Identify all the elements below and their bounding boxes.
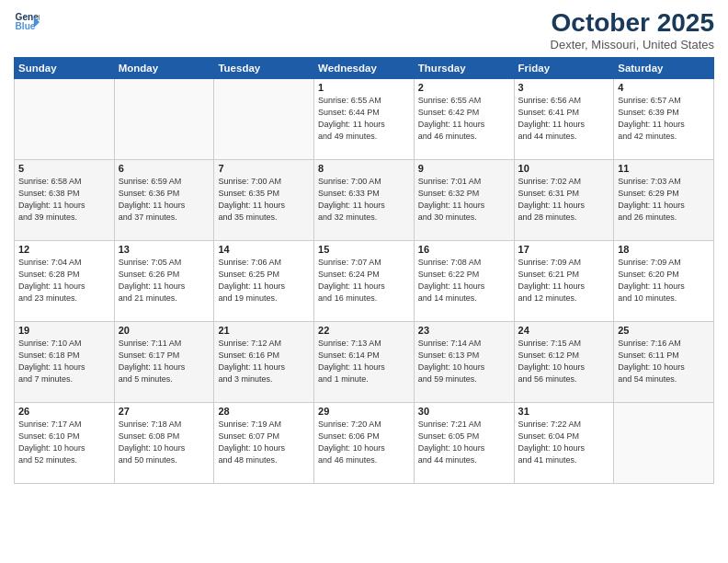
- day-number: 27: [119, 406, 210, 417]
- day-info: Sunrise: 7:17 AM Sunset: 6:10 PM Dayligh…: [18, 419, 110, 466]
- day-number: 15: [318, 244, 410, 255]
- day-info: Sunrise: 6:55 AM Sunset: 6:44 PM Dayligh…: [318, 95, 410, 143]
- calendar-cell: 30Sunrise: 7:21 AM Sunset: 6:05 PM Dayli…: [414, 402, 514, 483]
- calendar-cell: 28Sunrise: 7:19 AM Sunset: 6:07 PM Dayli…: [214, 402, 314, 483]
- day-number: 8: [318, 163, 410, 174]
- calendar-cell: [15, 78, 115, 159]
- day-number: 31: [518, 406, 610, 417]
- calendar-cell: 15Sunrise: 7:07 AM Sunset: 6:24 PM Dayli…: [314, 240, 415, 321]
- calendar-week-row: 12Sunrise: 7:04 AM Sunset: 6:28 PM Dayli…: [15, 240, 714, 321]
- calendar-cell: 14Sunrise: 7:06 AM Sunset: 6:25 PM Dayli…: [214, 240, 314, 321]
- weekday-header: Tuesday: [214, 57, 314, 78]
- day-info: Sunrise: 7:21 AM Sunset: 6:05 PM Dayligh…: [418, 419, 510, 466]
- day-info: Sunrise: 7:20 AM Sunset: 6:06 PM Dayligh…: [318, 419, 410, 466]
- calendar-cell: 26Sunrise: 7:17 AM Sunset: 6:10 PM Dayli…: [15, 402, 115, 483]
- title-block: October 2025 Dexter, Missouri, United St…: [551, 9, 714, 52]
- day-number: 13: [119, 244, 210, 255]
- header: General Blue October 2025 Dexter, Missou…: [14, 9, 714, 52]
- weekday-header: Wednesday: [314, 57, 415, 78]
- day-number: 23: [418, 325, 510, 336]
- weekday-header-row: SundayMondayTuesdayWednesdayThursdayFrid…: [15, 57, 714, 78]
- day-info: Sunrise: 7:11 AM Sunset: 6:17 PM Dayligh…: [119, 338, 210, 385]
- day-number: 3: [518, 82, 610, 93]
- day-number: 6: [119, 163, 210, 174]
- calendar-cell: 19Sunrise: 7:10 AM Sunset: 6:18 PM Dayli…: [15, 321, 115, 402]
- page-container: General Blue October 2025 Dexter, Missou…: [0, 0, 728, 493]
- day-info: Sunrise: 7:04 AM Sunset: 6:28 PM Dayligh…: [18, 257, 110, 304]
- day-info: Sunrise: 7:14 AM Sunset: 6:13 PM Dayligh…: [418, 338, 510, 385]
- day-number: 14: [218, 244, 310, 255]
- calendar-cell: 24Sunrise: 7:15 AM Sunset: 6:12 PM Dayli…: [514, 321, 614, 402]
- weekday-header: Thursday: [414, 57, 514, 78]
- day-number: 18: [618, 244, 710, 255]
- calendar-cell: 27Sunrise: 7:18 AM Sunset: 6:08 PM Dayli…: [114, 402, 214, 483]
- day-info: Sunrise: 6:59 AM Sunset: 6:36 PM Dayligh…: [119, 176, 210, 224]
- calendar-week-row: 26Sunrise: 7:17 AM Sunset: 6:10 PM Dayli…: [15, 402, 714, 483]
- day-number: 29: [318, 406, 410, 417]
- weekday-header: Monday: [114, 57, 214, 78]
- calendar-cell: 9Sunrise: 7:01 AM Sunset: 6:32 PM Daylig…: [414, 159, 514, 240]
- day-number: 5: [18, 163, 110, 174]
- calendar-cell: 11Sunrise: 7:03 AM Sunset: 6:29 PM Dayli…: [614, 159, 714, 240]
- weekday-header: Sunday: [15, 57, 115, 78]
- weekday-header: Friday: [514, 57, 614, 78]
- calendar-cell: [214, 78, 314, 159]
- day-info: Sunrise: 7:15 AM Sunset: 6:12 PM Dayligh…: [518, 338, 610, 385]
- calendar-cell: 12Sunrise: 7:04 AM Sunset: 6:28 PM Dayli…: [15, 240, 115, 321]
- calendar-cell: 22Sunrise: 7:13 AM Sunset: 6:14 PM Dayli…: [314, 321, 415, 402]
- day-number: 11: [618, 163, 710, 174]
- calendar-cell: 16Sunrise: 7:08 AM Sunset: 6:22 PM Dayli…: [414, 240, 514, 321]
- svg-text:Blue: Blue: [16, 21, 36, 31]
- location: Dexter, Missouri, United States: [551, 38, 714, 52]
- calendar-cell: 3Sunrise: 6:56 AM Sunset: 6:41 PM Daylig…: [514, 78, 614, 159]
- calendar-cell: 18Sunrise: 7:09 AM Sunset: 6:20 PM Dayli…: [614, 240, 714, 321]
- day-number: 30: [418, 406, 510, 417]
- day-info: Sunrise: 7:12 AM Sunset: 6:16 PM Dayligh…: [218, 338, 310, 385]
- calendar-cell: 25Sunrise: 7:16 AM Sunset: 6:11 PM Dayli…: [614, 321, 714, 402]
- day-number: 20: [119, 325, 210, 336]
- day-number: 4: [618, 82, 710, 93]
- logo: General Blue: [14, 9, 40, 35]
- day-number: 17: [518, 244, 610, 255]
- calendar-cell: 23Sunrise: 7:14 AM Sunset: 6:13 PM Dayli…: [414, 321, 514, 402]
- calendar-cell: 6Sunrise: 6:59 AM Sunset: 6:36 PM Daylig…: [114, 159, 214, 240]
- calendar-cell: 1Sunrise: 6:55 AM Sunset: 6:44 PM Daylig…: [314, 78, 415, 159]
- day-number: 24: [518, 325, 610, 336]
- calendar-cell: 20Sunrise: 7:11 AM Sunset: 6:17 PM Dayli…: [114, 321, 214, 402]
- day-info: Sunrise: 7:18 AM Sunset: 6:08 PM Dayligh…: [119, 419, 210, 466]
- weekday-header: Saturday: [614, 57, 714, 78]
- calendar-cell: 29Sunrise: 7:20 AM Sunset: 6:06 PM Dayli…: [314, 402, 415, 483]
- calendar-week-row: 5Sunrise: 6:58 AM Sunset: 6:38 PM Daylig…: [15, 159, 714, 240]
- day-info: Sunrise: 7:02 AM Sunset: 6:31 PM Dayligh…: [518, 176, 610, 224]
- day-info: Sunrise: 7:19 AM Sunset: 6:07 PM Dayligh…: [218, 419, 310, 466]
- calendar-table: SundayMondayTuesdayWednesdayThursdayFrid…: [14, 57, 714, 484]
- day-info: Sunrise: 7:05 AM Sunset: 6:26 PM Dayligh…: [119, 257, 210, 304]
- calendar-cell: 31Sunrise: 7:22 AM Sunset: 6:04 PM Dayli…: [514, 402, 614, 483]
- day-info: Sunrise: 7:07 AM Sunset: 6:24 PM Dayligh…: [318, 257, 410, 304]
- calendar-week-row: 19Sunrise: 7:10 AM Sunset: 6:18 PM Dayli…: [15, 321, 714, 402]
- calendar-cell: 10Sunrise: 7:02 AM Sunset: 6:31 PM Dayli…: [514, 159, 614, 240]
- calendar-cell: 8Sunrise: 7:00 AM Sunset: 6:33 PM Daylig…: [314, 159, 415, 240]
- calendar-week-row: 1Sunrise: 6:55 AM Sunset: 6:44 PM Daylig…: [15, 78, 714, 159]
- calendar-cell: [114, 78, 214, 159]
- day-number: 19: [18, 325, 110, 336]
- day-number: 7: [218, 163, 310, 174]
- calendar-cell: [614, 402, 714, 483]
- day-info: Sunrise: 7:09 AM Sunset: 6:21 PM Dayligh…: [518, 257, 610, 304]
- day-info: Sunrise: 7:09 AM Sunset: 6:20 PM Dayligh…: [618, 257, 710, 304]
- day-info: Sunrise: 6:58 AM Sunset: 6:38 PM Dayligh…: [18, 176, 110, 224]
- day-number: 28: [218, 406, 310, 417]
- day-info: Sunrise: 7:10 AM Sunset: 6:18 PM Dayligh…: [18, 338, 110, 385]
- day-number: 1: [318, 82, 410, 93]
- day-number: 2: [418, 82, 510, 93]
- month-title: October 2025: [551, 9, 714, 38]
- day-number: 10: [518, 163, 610, 174]
- calendar-cell: 2Sunrise: 6:55 AM Sunset: 6:42 PM Daylig…: [414, 78, 514, 159]
- day-number: 16: [418, 244, 510, 255]
- day-info: Sunrise: 7:01 AM Sunset: 6:32 PM Dayligh…: [418, 176, 510, 224]
- day-number: 25: [618, 325, 710, 336]
- calendar-cell: 7Sunrise: 7:00 AM Sunset: 6:35 PM Daylig…: [214, 159, 314, 240]
- day-number: 21: [218, 325, 310, 336]
- day-info: Sunrise: 6:57 AM Sunset: 6:39 PM Dayligh…: [618, 95, 710, 143]
- day-info: Sunrise: 7:03 AM Sunset: 6:29 PM Dayligh…: [618, 176, 710, 224]
